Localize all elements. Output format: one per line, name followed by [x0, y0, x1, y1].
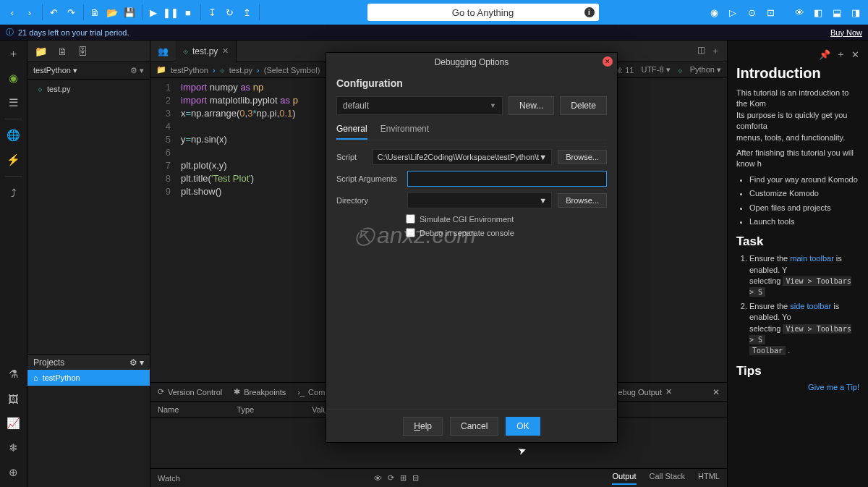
separate-console-checkbox[interactable] — [406, 228, 415, 237]
share-icon[interactable]: ⤴ — [5, 184, 22, 201]
list-item: Find your way around Komodo — [749, 174, 859, 185]
watch-tab[interactable]: Watch — [158, 474, 180, 483]
add-tab-icon[interactable]: ＋ — [711, 45, 720, 57]
panel-bottom-icon[interactable]: ⬓ — [829, 4, 845, 20]
tab-callstack[interactable]: Call Stack — [650, 472, 686, 485]
tab-version-control[interactable]: ⟳Version Control — [158, 387, 222, 397]
active-project-bar[interactable]: ⌂ testPython — [27, 370, 150, 386]
new-config-button[interactable]: New... — [509, 96, 554, 115]
buy-now-link[interactable]: Buy Now — [830, 28, 862, 37]
globe2-icon[interactable]: ⊕ — [5, 464, 22, 481]
stop-icon[interactable]: ■ — [180, 4, 196, 20]
add-icon[interactable]: ＋ — [5, 45, 22, 62]
group-icon[interactable]: 👥 — [158, 46, 169, 56]
nav-back-icon[interactable]: ‹ — [4, 4, 20, 20]
add-icon[interactable]: ＋ — [836, 48, 846, 61]
close-icon[interactable]: ✕ — [222, 46, 229, 56]
script-field[interactable]: C:\Users\Life2Coding\Workspace\testPytho… — [373, 149, 552, 165]
project-selector[interactable]: testPython ▾ ⚙ ▾ — [27, 62, 150, 80]
python-icon[interactable]: ◉ — [5, 69, 22, 87]
image-icon[interactable]: 🖼 — [5, 390, 22, 407]
step-in-icon[interactable]: ↧ — [204, 4, 220, 20]
globe-icon[interactable]: 🌐 — [5, 127, 22, 144]
config-selector[interactable]: default▼ — [336, 96, 503, 115]
tab-environment[interactable]: Environment — [380, 124, 429, 140]
col-type: Type — [237, 405, 254, 414]
open-file-icon[interactable]: 📂 — [104, 4, 120, 20]
delete-config-button[interactable]: Delete — [560, 96, 607, 115]
tip-link[interactable]: Give me a Tip! — [736, 383, 859, 391]
list-icon[interactable]: ☰ — [5, 94, 22, 111]
pause-icon[interactable]: ❚❚ — [163, 4, 179, 20]
panel-right-icon[interactable]: ◨ — [848, 4, 864, 20]
info-icon[interactable]: i — [584, 7, 595, 17]
tab-debug-output[interactable]: Debug Output ✕ — [613, 387, 673, 397]
ok-button[interactable]: OK — [506, 417, 540, 436]
add-icon[interactable]: ⊞ — [400, 473, 407, 483]
view-icon[interactable]: 👁 — [791, 4, 807, 20]
undo-icon[interactable]: ↶ — [46, 4, 61, 20]
tab-files-icon[interactable]: 📁 — [35, 46, 47, 57]
dialog-titlebar[interactable]: Debugging Options ✕ — [326, 53, 617, 72]
remove-icon[interactable]: ⊟ — [412, 473, 419, 483]
panel-left-icon[interactable]: ◧ — [810, 4, 826, 20]
step-out-icon[interactable]: ↥ — [239, 4, 255, 20]
macro-save-icon[interactable]: ⊡ — [762, 4, 778, 20]
language-indicator[interactable]: Python ▾ — [690, 65, 721, 75]
play-icon[interactable]: ▶ — [145, 4, 161, 20]
directory-field[interactable]: ▼ — [407, 192, 552, 208]
redo-icon[interactable]: ↷ — [63, 4, 79, 20]
close-icon[interactable]: ✕ — [665, 387, 672, 397]
step-over-icon[interactable]: ↻ — [221, 4, 237, 20]
bolt-icon[interactable]: ⚡ — [5, 151, 22, 169]
projects-panel: 📁 🗎 🗄 testPython ▾ ⚙ ▾ ⟐ test.py Project… — [27, 41, 150, 487]
encoding-indicator[interactable]: UTF-8 ▾ — [641, 65, 670, 75]
tab-html[interactable]: HTML — [698, 472, 720, 485]
close-icon[interactable]: ✕ — [851, 49, 859, 60]
browse-directory-button[interactable]: Browse... — [558, 193, 607, 208]
config-heading: Configuration — [336, 77, 607, 89]
close-icon[interactable]: ✕ — [603, 56, 613, 67]
goto-anything-input[interactable]: Go to Anything i — [367, 4, 599, 21]
save-icon[interactable]: 💾 — [122, 4, 137, 20]
editor-tab[interactable]: ⟐ test.py ✕ — [176, 41, 237, 62]
trial-bar: ⓘ 21 days left on your trial period. Buy… — [0, 25, 868, 41]
macro-next-icon[interactable]: ⊙ — [744, 4, 760, 20]
refresh-icon[interactable]: ⟳ — [388, 473, 394, 483]
script-arguments-field[interactable] — [407, 171, 607, 187]
tab-output[interactable]: Output — [612, 472, 636, 485]
tab-general[interactable]: General — [336, 124, 367, 140]
cancel-button[interactable]: Cancel — [450, 417, 498, 436]
chart-icon[interactable]: 📈 — [5, 415, 22, 432]
gear-icon[interactable]: ⚙ ▾ — [130, 66, 144, 75]
help-button[interactable]: Help — [403, 417, 443, 436]
list-item: Customize Komodo — [749, 188, 859, 199]
list-item: Ensure the side toolbar is enabled. Yose… — [749, 301, 859, 357]
tab-db-icon[interactable]: 🗄 — [77, 46, 88, 57]
tab-doc-icon[interactable]: 🗎 — [57, 46, 67, 57]
args-label: Script Arguments — [336, 174, 401, 183]
tips-heading: Tips — [736, 364, 859, 378]
code-editor[interactable]: import numpy as np import matplotlib.pyp… — [176, 78, 302, 382]
new-file-icon[interactable]: 🗎 — [87, 4, 103, 20]
intro-heading: Introduction — [736, 65, 859, 82]
tree-item[interactable]: ⟐ test.py — [27, 82, 150, 96]
close-panel-icon[interactable]: ✕ — [712, 387, 720, 397]
folder-icon: 📁 — [156, 65, 166, 75]
nav-fwd-icon[interactable]: › — [22, 4, 38, 20]
side-toolbar-link[interactable]: side toolbar — [790, 302, 831, 310]
pin-icon[interactable]: 📌 — [819, 49, 830, 60]
split-icon[interactable]: ◫ — [697, 45, 705, 57]
cgi-checkbox[interactable] — [406, 214, 415, 224]
intro-panel: 📌 ＋ ✕ Introduction This tutorial is an i… — [727, 41, 868, 487]
main-toolbar-link[interactable]: main toolbar — [790, 254, 834, 263]
chevron-right-icon: › — [213, 66, 216, 75]
macro-play-icon[interactable]: ▷ — [725, 4, 741, 20]
record-icon[interactable]: ◉ — [706, 4, 722, 20]
flask-icon[interactable]: ⚗ — [5, 365, 22, 383]
eye-icon[interactable]: 👁 — [374, 474, 382, 483]
gear-icon[interactable]: ⚙ ▾ — [129, 357, 144, 368]
browse-script-button[interactable]: Browse... — [558, 150, 607, 164]
snow-icon[interactable]: ❄ — [5, 439, 22, 457]
tab-breakpoints[interactable]: ✱Breakpoints — [234, 387, 286, 397]
